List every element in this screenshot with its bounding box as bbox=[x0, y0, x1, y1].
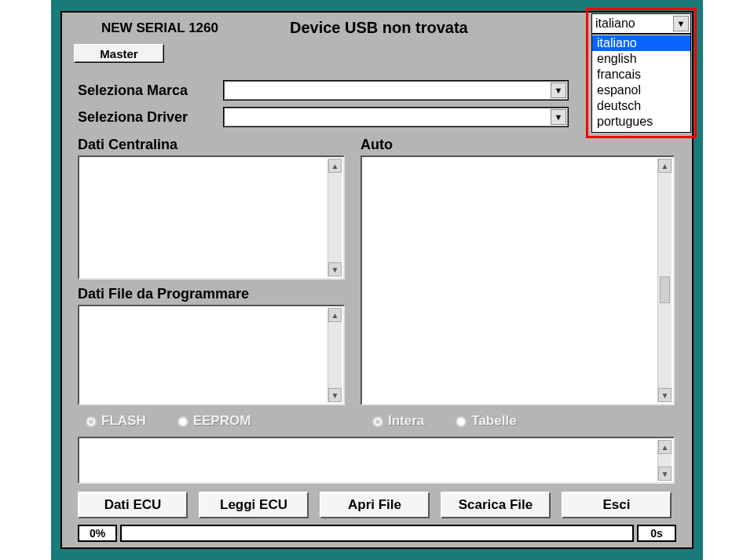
radio-group-mode: Intera Tabelle bbox=[372, 413, 517, 429]
dati-ecu-button[interactable]: Dati ECU bbox=[78, 492, 188, 518]
scroll-up-icon[interactable]: ▲ bbox=[658, 440, 672, 454]
master-button[interactable]: Master bbox=[74, 44, 164, 63]
scroll-up-icon[interactable]: ▲ bbox=[328, 308, 342, 322]
language-option-francais[interactable]: francais bbox=[592, 67, 690, 82]
scrollbar[interactable]: ▲ ▼ bbox=[328, 159, 342, 276]
scroll-down-icon[interactable]: ▼ bbox=[328, 262, 342, 276]
row-marca: Seleziona Marca ▼ bbox=[78, 80, 569, 101]
language-option-portugues[interactable]: portugues bbox=[592, 114, 690, 130]
chevron-down-icon[interactable]: ▼ bbox=[551, 109, 566, 125]
language-option-espanol[interactable]: espanol bbox=[592, 82, 690, 98]
progress-row: 0% 0s bbox=[78, 525, 676, 542]
label-auto: Auto bbox=[361, 137, 393, 153]
language-option-deutsch[interactable]: deutsch bbox=[592, 98, 690, 114]
chevron-down-icon[interactable]: ▼ bbox=[673, 16, 689, 31]
language-select-value: italiano bbox=[595, 16, 635, 31]
serial-title: NEW SERIAL 1260 bbox=[101, 20, 218, 36]
usb-status: Device USB non trovata bbox=[290, 19, 468, 37]
scroll-down-icon[interactable]: ▼ bbox=[328, 388, 342, 402]
language-select[interactable]: italiano ▼ bbox=[591, 13, 691, 34]
textarea-centralina[interactable]: ▲ ▼ bbox=[78, 156, 345, 280]
textarea-file-programmare[interactable]: ▲ ▼ bbox=[78, 305, 345, 405]
action-button-row: Dati ECU Leggi ECU Apri File Scarica Fil… bbox=[78, 492, 672, 518]
scroll-down-icon[interactable]: ▼ bbox=[658, 467, 672, 481]
label-marca: Seleziona Marca bbox=[78, 82, 223, 99]
textarea-auto[interactable]: ▲ ▼ bbox=[361, 156, 675, 405]
language-option-list: italiano english francais espanol deutsc… bbox=[591, 34, 691, 133]
scrollbar[interactable]: ▲ ▼ bbox=[657, 159, 672, 402]
scrollbar[interactable]: ▲ ▼ bbox=[328, 308, 342, 402]
leggi-ecu-button[interactable]: Leggi ECU bbox=[199, 492, 309, 518]
progress-percent: 0% bbox=[78, 525, 117, 542]
scroll-up-icon[interactable]: ▲ bbox=[658, 159, 672, 173]
row-driver: Seleziona Driver ▼ bbox=[78, 107, 569, 127]
progress-time: 0s bbox=[637, 525, 676, 542]
radio-eeprom[interactable]: EEPROM bbox=[178, 413, 251, 429]
app-panel: NEW SERIAL 1260 Device USB non trovata M… bbox=[60, 11, 694, 549]
label-dati-file-programmare: Dati File da Programmare bbox=[78, 286, 249, 302]
textarea-log[interactable]: ▲ ▼ bbox=[78, 437, 675, 484]
scroll-thumb[interactable] bbox=[660, 276, 670, 303]
select-driver[interactable]: ▼ bbox=[223, 107, 569, 127]
radio-group-memory: FLASH EEPROM bbox=[86, 413, 251, 429]
radio-tabelle[interactable]: Tabelle bbox=[456, 413, 516, 429]
progress-bar bbox=[120, 525, 634, 542]
apri-file-button[interactable]: Apri File bbox=[320, 492, 430, 518]
app-outer-frame: NEW SERIAL 1260 Device USB non trovata M… bbox=[51, 0, 703, 560]
scroll-up-icon[interactable]: ▲ bbox=[328, 159, 342, 173]
select-marca[interactable]: ▼ bbox=[223, 80, 569, 101]
language-dropdown-highlight: italiano ▼ italiano english francais esp… bbox=[586, 8, 697, 138]
esci-button[interactable]: Esci bbox=[562, 492, 672, 518]
language-option-english[interactable]: english bbox=[592, 51, 690, 67]
label-dati-centralina: Dati Centralina bbox=[78, 137, 178, 153]
scarica-file-button[interactable]: Scarica File bbox=[441, 492, 551, 518]
radio-flash[interactable]: FLASH bbox=[86, 413, 146, 429]
scrollbar[interactable]: ▲ ▼ bbox=[657, 440, 672, 481]
radio-intera[interactable]: Intera bbox=[372, 413, 424, 429]
label-driver: Seleziona Driver bbox=[78, 109, 223, 126]
chevron-down-icon[interactable]: ▼ bbox=[551, 82, 566, 98]
language-option-italiano[interactable]: italiano bbox=[592, 35, 690, 51]
scroll-down-icon[interactable]: ▼ bbox=[658, 388, 672, 402]
